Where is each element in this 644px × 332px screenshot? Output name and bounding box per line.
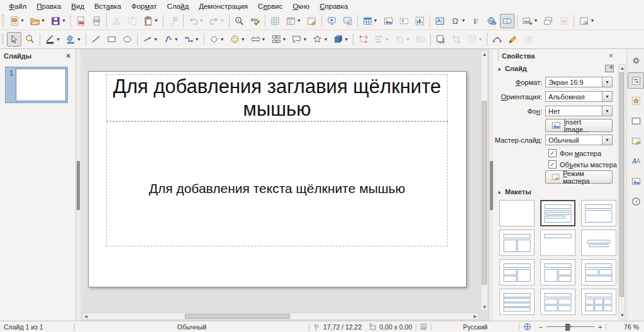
layout-title-only[interactable] (540, 230, 575, 256)
menu-вставка[interactable]: Вставка (89, 2, 126, 11)
stars-banners-icon[interactable]: ▼ (310, 32, 330, 47)
toolbar-grip[interactable] (2, 34, 4, 45)
insert-text-frame-icon[interactable]: A (433, 14, 447, 28)
flowchart-icon[interactable]: ▼ (269, 32, 289, 47)
menu-вид[interactable]: Вид (66, 2, 89, 11)
open-icon[interactable]: ▼ (28, 14, 47, 28)
display-grid-icon[interactable] (268, 14, 282, 28)
chevron-down-icon[interactable]: ▼ (602, 135, 612, 145)
print-icon[interactable] (89, 14, 104, 28)
scroll-down-icon[interactable]: ▼ (481, 304, 488, 311)
edit-notes-icon[interactable] (304, 14, 319, 28)
title-placeholder[interactable]: Для добавления заглавия щёлкните мышью (106, 74, 448, 121)
export-pdf-icon[interactable]: PDF (74, 14, 88, 28)
status-zoom-value[interactable]: 76 % (606, 323, 644, 331)
scroll-down-icon[interactable]: ▼ (619, 312, 626, 319)
toolbar-grip[interactable] (2, 15, 4, 26)
scroll-right-icon[interactable]: ► (472, 313, 479, 320)
tab-slide-transition[interactable] (628, 113, 644, 129)
orientation-select[interactable]: Альбомная▼ (545, 91, 613, 102)
menu-окно[interactable]: Окно (287, 2, 314, 11)
tab-gallery[interactable] (628, 173, 644, 189)
paste-icon[interactable]: ▼ (141, 14, 160, 28)
status-language[interactable]: Русский (431, 323, 519, 331)
close-icon[interactable]: × (608, 52, 614, 60)
3d-objects-icon[interactable]: ▼ (331, 32, 350, 47)
checkbox-icon[interactable]: ✓ (548, 160, 557, 169)
slide-thumbnail-1[interactable]: 1 (5, 67, 68, 103)
layout-title-only-content[interactable] (581, 200, 616, 226)
zoom-slider-knob[interactable] (565, 324, 570, 331)
show-glue-points-icon[interactable] (506, 32, 520, 47)
save-icon[interactable]: ▼ (48, 14, 68, 28)
deck-scrollbar[interactable]: ▲ ▼ (618, 64, 625, 319)
background-select[interactable]: Нет▼ (545, 106, 613, 116)
menu-справка[interactable]: Справка (314, 2, 353, 11)
new-presentation-icon[interactable]: ▼ (7, 14, 26, 28)
lines-and-arrows-icon[interactable]: ▼ (140, 32, 160, 47)
show-draw-functions-icon[interactable] (500, 14, 514, 28)
tab-master-slides[interactable] (628, 133, 644, 149)
status-save-indicator[interactable] (416, 323, 431, 330)
format-select[interactable]: Экран 16:9▼ (545, 77, 613, 87)
insert-line-icon[interactable] (89, 32, 103, 47)
menu-сервис[interactable]: Сервис (253, 2, 287, 11)
layout-centered-text[interactable] (581, 230, 616, 256)
horizontal-scrollbar[interactable]: ◄ ► (82, 313, 479, 320)
fontwork-icon[interactable]: F (469, 14, 483, 28)
zoom-slider[interactable]: − + (535, 324, 606, 330)
layout-four-content[interactable] (540, 289, 575, 315)
more-options-icon[interactable] (605, 65, 614, 72)
fit-slide-icon[interactable] (519, 323, 535, 331)
zoom-out-icon[interactable]: − (539, 324, 543, 330)
scrollbar-thumb[interactable] (619, 72, 624, 297)
select-icon[interactable] (7, 32, 21, 47)
layout-blank[interactable] (499, 200, 535, 226)
content-placeholder[interactable]: Для добавления текста щёлкните мышью (106, 121, 448, 246)
find-replace-icon[interactable]: a (232, 14, 247, 28)
tab-sidebar-settings[interactable] (628, 52, 644, 69)
insert-image-button[interactable]: Insert Image... (545, 119, 613, 132)
layout-title-content[interactable] (540, 200, 575, 226)
special-character-icon[interactable]: Ω▼ (448, 14, 468, 28)
zoom-in-icon[interactable]: + (598, 324, 602, 330)
display-views-icon[interactable]: ▼ (284, 14, 303, 28)
insert-table-icon[interactable]: ▼ (360, 14, 380, 28)
tab-properties[interactable] (628, 72, 644, 89)
spelling-icon[interactable]: Abc (248, 14, 262, 28)
slide-canvas[interactable]: Для добавления заглавия щёлкните мышью Д… (88, 71, 467, 287)
scroll-up-icon[interactable]: ▲ (481, 51, 488, 58)
insert-chart-icon[interactable] (413, 14, 427, 28)
master-view-button[interactable]: Режим мастера (545, 170, 613, 184)
insert-textbox-icon[interactable] (397, 14, 411, 28)
close-icon[interactable]: × (65, 52, 72, 60)
hyperlink-icon[interactable] (484, 14, 499, 28)
chevron-down-icon[interactable]: ▼ (602, 106, 612, 116)
ellipse-icon[interactable] (120, 32, 135, 47)
rotate-icon[interactable] (356, 32, 370, 47)
layout-two-content-over-content[interactable] (581, 259, 616, 285)
callout-shapes-icon[interactable]: ▼ (289, 32, 309, 47)
menu-файл[interactable]: Файл (4, 2, 31, 11)
slide-properties-icon[interactable]: ▼ (577, 14, 596, 28)
basic-shapes-icon[interactable]: ▼ (207, 32, 226, 47)
connectors-icon[interactable]: ▼ (182, 32, 201, 47)
menu-правка[interactable]: Правка (31, 2, 66, 11)
master-background-checkbox[interactable]: ✓Фон мастера (548, 149, 618, 157)
chevron-down-icon[interactable]: ▼ (602, 77, 612, 87)
zoom-icon[interactable] (23, 32, 37, 47)
insert-media-icon[interactable]: ▼ (520, 14, 540, 28)
layout-six-content[interactable] (581, 289, 616, 315)
insert-image-icon[interactable] (381, 14, 396, 28)
scrollbar-thumb[interactable] (185, 314, 290, 319)
menu-демонстрация[interactable]: Демонстрация (194, 2, 253, 11)
layout-content-and-two-content[interactable] (540, 259, 575, 285)
slide-section-header[interactable]: ▲ Слайд (493, 63, 618, 74)
fill-color-icon[interactable]: ▼ (64, 32, 83, 47)
edit-points-icon[interactable] (490, 32, 504, 47)
start-first-slide-icon[interactable] (325, 14, 339, 28)
menu-слайд[interactable]: Слайд (162, 2, 194, 11)
tab-styles[interactable]: AA (628, 153, 644, 169)
layout-title-three-content[interactable] (499, 289, 535, 315)
layout-two-content-and-content[interactable] (499, 259, 535, 285)
